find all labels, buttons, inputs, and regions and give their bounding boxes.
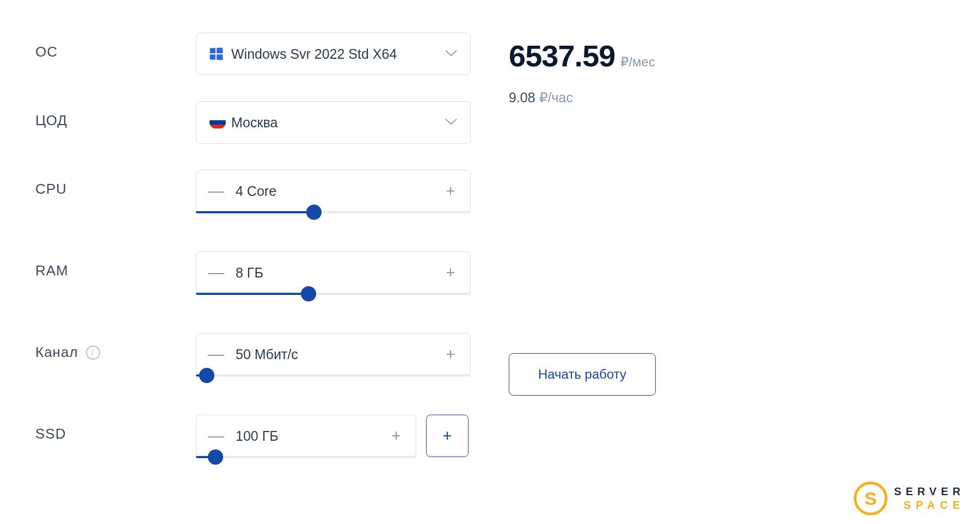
windows-icon: [209, 48, 227, 60]
brand-logo: SERVER SPACE: [854, 482, 965, 515]
ram-increment-button[interactable]: +: [431, 252, 470, 293]
cpu-row: CPU — 4 Core +: [35, 170, 471, 212]
price-hourly-unit: ₽/час: [539, 90, 573, 105]
ram-decrement-button[interactable]: —: [196, 252, 236, 293]
channel-stepper: — 50 Мбит/с +: [196, 333, 471, 375]
channel-slider[interactable]: [196, 374, 471, 377]
cpu-increment-button[interactable]: +: [431, 170, 470, 212]
datacenter-label: ЦОД: [35, 101, 196, 129]
info-icon[interactable]: i: [86, 346, 100, 360]
russia-flag-icon: [209, 116, 227, 128]
ram-value: 8 ГБ: [236, 265, 431, 281]
price-monthly-value: 6537.59: [509, 38, 615, 73]
ram-slider-thumb[interactable]: [301, 286, 316, 301]
os-row: ОС Windows Svr 2022 Std X64: [35, 33, 471, 75]
cpu-label: CPU: [35, 170, 196, 198]
ram-row: RAM — 8 ГБ +: [35, 251, 471, 294]
ssd-value: 100 ГБ: [236, 428, 377, 444]
os-select[interactable]: Windows Svr 2022 Std X64: [196, 33, 471, 75]
brand-mark-icon: [854, 482, 887, 515]
add-disk-button[interactable]: +: [426, 415, 469, 457]
cpu-stepper: — 4 Core +: [196, 170, 471, 212]
ram-label: RAM: [35, 251, 196, 279]
ssd-slider[interactable]: [196, 456, 416, 458]
price-hourly-value: 9.08: [509, 90, 535, 105]
price-monthly-unit: ₽/мес: [620, 54, 655, 70]
cpu-slider[interactable]: [196, 211, 471, 213]
channel-label: Канал: [35, 344, 78, 361]
channel-increment-button[interactable]: +: [431, 334, 470, 375]
os-label: ОС: [35, 33, 196, 60]
channel-row: Канал i — 50 Мбит/с +: [35, 333, 471, 375]
ram-stepper: — 8 ГБ +: [196, 251, 471, 294]
ssd-stepper: — 100 ГБ +: [196, 415, 416, 457]
start-button[interactable]: Начать работу: [509, 353, 656, 396]
price-panel: 6537.59 ₽/мес 9.08 ₽/час Начать работу: [509, 33, 656, 496]
chevron-down-icon: [445, 49, 457, 59]
channel-slider-thumb[interactable]: [199, 368, 214, 383]
ram-slider[interactable]: [196, 293, 471, 295]
cpu-slider-thumb[interactable]: [306, 205, 322, 220]
brand-text-line2: SPACE: [894, 499, 965, 511]
brand-text-line1: SERVER: [894, 485, 965, 498]
ssd-label: SSD: [35, 415, 196, 442]
datacenter-value: Москва: [227, 115, 445, 131]
os-value: Windows Svr 2022 Std X64: [227, 46, 445, 62]
ssd-row: SSD — 100 ГБ + +: [35, 415, 471, 457]
cpu-decrement-button[interactable]: —: [196, 170, 236, 212]
datacenter-row: ЦОД Москва: [35, 101, 471, 144]
channel-value: 50 Мбит/с: [236, 347, 431, 362]
datacenter-select[interactable]: Москва: [196, 101, 471, 144]
ssd-increment-button[interactable]: +: [377, 415, 416, 457]
cpu-value: 4 Core: [236, 183, 431, 199]
chevron-down-icon: [445, 118, 457, 127]
ssd-slider-thumb[interactable]: [208, 449, 223, 465]
config-form: ОС Windows Svr 2022 Std X64 ЦОД: [35, 33, 471, 496]
